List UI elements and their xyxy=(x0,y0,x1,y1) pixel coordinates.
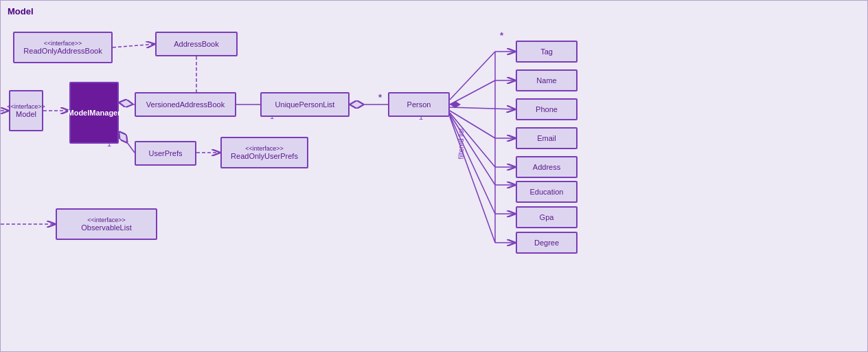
label-versioned-addressbook: VersionedAddressBook xyxy=(146,100,225,109)
box-person: Person xyxy=(388,92,450,117)
label-readonly-userprefs: ReadOnlyUserPrefs xyxy=(231,152,298,160)
label-user-prefs: UserPrefs xyxy=(149,149,183,157)
label-addressbook: AddressBook xyxy=(174,40,218,48)
box-address: Address xyxy=(516,156,578,178)
label-model: Model xyxy=(16,110,36,118)
label-name: Name xyxy=(536,76,556,85)
label-person: Person xyxy=(407,100,431,109)
star-label-2: * xyxy=(500,30,504,41)
line-readonly-to-addressbook xyxy=(113,44,155,47)
box-phone: Phone xyxy=(516,98,578,120)
line-manager-to-versioned xyxy=(119,102,135,104)
label-phone: Phone xyxy=(536,105,558,113)
box-tag: Tag xyxy=(516,41,578,63)
filtered-list-label: filtered list xyxy=(457,104,465,160)
diagram-title: Model xyxy=(8,6,34,16)
box-observable-list: <<interface>> ObservableList xyxy=(56,208,157,240)
box-readonly-userprefs: <<interface>> ReadOnlyUserPrefs xyxy=(220,137,308,168)
box-email: Email xyxy=(516,127,578,149)
line-person-to-tag xyxy=(450,52,495,100)
box-degree: Degree xyxy=(516,232,578,254)
stereotype-observable-list: <<interface>> xyxy=(87,217,126,223)
label-gpa: Gpa xyxy=(540,213,554,221)
label-tag: Tag xyxy=(540,47,553,56)
box-model-interface: <<interface>> Model xyxy=(9,90,43,131)
label-address: Address xyxy=(533,163,560,171)
box-education: Education xyxy=(516,181,578,203)
line-person-to-name1 xyxy=(450,80,495,104)
label-unique-person-list: UniquePersonList xyxy=(275,100,335,109)
box-name: Name xyxy=(516,69,578,91)
box-user-prefs: UserPrefs xyxy=(135,141,196,166)
label-observable-list: ObservableList xyxy=(81,223,131,232)
stereotype-readonly-addressbook: <<interface>> xyxy=(44,40,82,47)
label-model-manager: ModelManager xyxy=(68,109,121,117)
line-manager-to-userprefs xyxy=(119,131,135,153)
label-email: Email xyxy=(537,134,556,142)
arrows-svg: * 1 1 1 1 * xyxy=(1,1,868,352)
label-degree: Degree xyxy=(534,239,559,247)
label-readonly-addressbook: ReadOnlyAddressBook xyxy=(23,47,102,55)
box-addressbook: AddressBook xyxy=(155,32,238,56)
diagram-container: Model xyxy=(0,0,868,352)
stereotype-model: <<interface>> xyxy=(7,103,45,110)
star-label: * xyxy=(378,92,382,102)
box-readonly-addressbook: <<interface>> ReadOnlyAddressBook xyxy=(13,32,113,63)
label-education: Education xyxy=(530,188,564,196)
box-versioned-addressbook: VersionedAddressBook xyxy=(135,92,236,117)
box-model-manager: ModelManager xyxy=(69,82,119,144)
box-gpa: Gpa xyxy=(516,206,578,228)
stereotype-readonly-userprefs: <<interface>> xyxy=(245,145,284,152)
box-unique-person-list: UniquePersonList xyxy=(260,92,350,117)
